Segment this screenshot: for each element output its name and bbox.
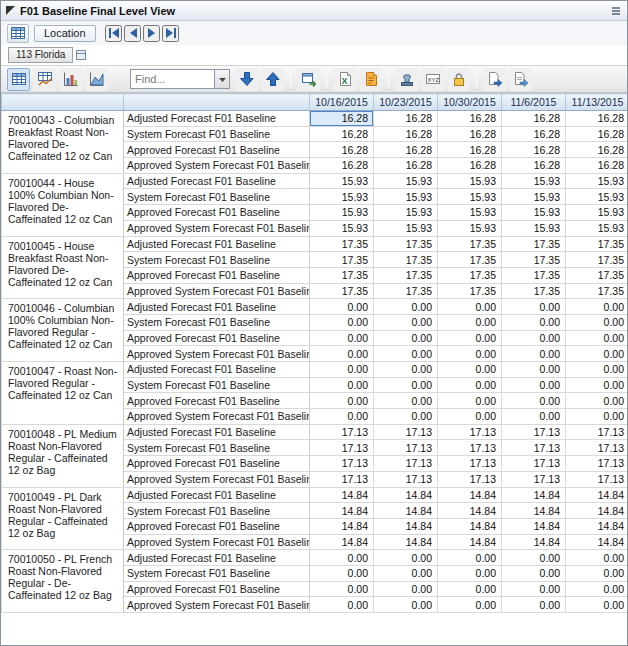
- table-graph-view-icon[interactable]: [33, 68, 56, 91]
- value-cell[interactable]: 16.28: [502, 126, 566, 142]
- value-cell[interactable]: 0.00: [502, 346, 566, 362]
- notes-icon[interactable]: [359, 68, 382, 91]
- value-cell[interactable]: 0.00: [502, 597, 566, 613]
- series-label-cell[interactable]: Approved Forecast F01 Baseline: [124, 267, 310, 283]
- table-view-icon[interactable]: [7, 68, 30, 91]
- series-label-cell[interactable]: System Forecast F01 Baseline: [124, 440, 310, 456]
- value-cell[interactable]: 17.35: [438, 252, 502, 268]
- value-cell[interactable]: 17.35: [374, 283, 438, 299]
- value-cell[interactable]: 15.93: [438, 205, 502, 221]
- value-cell[interactable]: 17.13: [438, 456, 502, 472]
- value-cell[interactable]: 14.84: [566, 487, 628, 503]
- find-dropdown-icon[interactable]: [214, 69, 230, 89]
- value-cell[interactable]: 17.35: [438, 283, 502, 299]
- stamp-icon[interactable]: [395, 68, 418, 91]
- value-cell[interactable]: 16.28: [502, 142, 566, 158]
- series-label-cell[interactable]: System Forecast F01 Baseline: [124, 252, 310, 268]
- value-cell[interactable]: 0.00: [502, 581, 566, 597]
- first-page-button[interactable]: [105, 25, 122, 42]
- lock-icon[interactable]: [447, 68, 470, 91]
- find-input[interactable]: [130, 69, 214, 89]
- value-cell[interactable]: 17.35: [438, 236, 502, 252]
- value-cell[interactable]: 17.13: [374, 471, 438, 487]
- value-cell[interactable]: 0.00: [310, 550, 374, 566]
- value-cell[interactable]: 0.00: [438, 314, 502, 330]
- value-cell[interactable]: 17.35: [310, 283, 374, 299]
- value-cell[interactable]: 0.00: [438, 581, 502, 597]
- value-cell[interactable]: 0.00: [502, 330, 566, 346]
- value-cell[interactable]: 16.28: [374, 158, 438, 174]
- value-cell[interactable]: 0.00: [502, 362, 566, 378]
- series-label-cell[interactable]: Adjusted Forecast F01 Baseline: [124, 550, 310, 566]
- product-member-cell[interactable]: 70010048 - PL Medium Roast Non-Flavored …: [2, 424, 124, 487]
- value-cell[interactable]: 0.00: [438, 362, 502, 378]
- value-cell[interactable]: 0.00: [374, 314, 438, 330]
- value-cell[interactable]: 0.00: [310, 597, 374, 613]
- value-cell[interactable]: 0.00: [502, 299, 566, 315]
- value-cell[interactable]: 15.93: [438, 189, 502, 205]
- value-cell[interactable]: 0.00: [310, 346, 374, 362]
- value-cell[interactable]: 14.84: [566, 518, 628, 534]
- value-cell[interactable]: 17.35: [566, 267, 628, 283]
- series-label-cell[interactable]: Approved Forecast F01 Baseline: [124, 142, 310, 158]
- series-label-cell[interactable]: Adjusted Forecast F01 Baseline: [124, 173, 310, 189]
- value-cell[interactable]: 0.00: [374, 550, 438, 566]
- value-cell[interactable]: 16.28: [438, 158, 502, 174]
- value-cell[interactable]: 14.84: [310, 534, 374, 550]
- value-cell[interactable]: 17.35: [310, 236, 374, 252]
- series-label-cell[interactable]: Adjusted Forecast F01 Baseline: [124, 236, 310, 252]
- descriptive-icon[interactable]: XYZ: [421, 68, 444, 91]
- value-cell[interactable]: 0.00: [566, 565, 628, 581]
- title-menu-icon[interactable]: [610, 5, 622, 17]
- member-selector-icon[interactable]: [76, 50, 86, 60]
- value-cell[interactable]: 15.93: [310, 205, 374, 221]
- value-cell[interactable]: 16.28: [438, 126, 502, 142]
- value-cell[interactable]: 0.00: [566, 330, 628, 346]
- value-cell[interactable]: 0.00: [310, 362, 374, 378]
- value-cell[interactable]: 17.35: [502, 283, 566, 299]
- series-label-cell[interactable]: System Forecast F01 Baseline: [124, 377, 310, 393]
- value-cell[interactable]: 16.28: [566, 158, 628, 174]
- value-cell[interactable]: 17.13: [502, 456, 566, 472]
- value-cell[interactable]: 0.00: [310, 581, 374, 597]
- value-cell[interactable]: 0.00: [374, 362, 438, 378]
- value-cell[interactable]: 17.35: [310, 252, 374, 268]
- value-cell[interactable]: 14.84: [374, 518, 438, 534]
- value-cell[interactable]: 16.28: [374, 126, 438, 142]
- value-cell[interactable]: 17.13: [438, 471, 502, 487]
- value-cell[interactable]: 0.00: [438, 346, 502, 362]
- value-cell[interactable]: 16.28: [566, 126, 628, 142]
- value-cell[interactable]: 14.84: [502, 518, 566, 534]
- series-label-cell[interactable]: Approved System Forecast F01 Baseline: [124, 220, 310, 236]
- value-cell[interactable]: 16.28: [566, 142, 628, 158]
- value-cell[interactable]: 14.84: [438, 487, 502, 503]
- value-cell[interactable]: 0.00: [566, 597, 628, 613]
- value-cell[interactable]: 0.00: [438, 550, 502, 566]
- product-member-cell[interactable]: 70010049 - PL Dark Roast Non-Flavored Re…: [2, 487, 124, 550]
- value-cell[interactable]: 16.28: [310, 158, 374, 174]
- value-cell[interactable]: 15.93: [374, 189, 438, 205]
- product-member-cell[interactable]: 70010044 - House 100% Columbian Non-Flav…: [2, 173, 124, 236]
- series-label-cell[interactable]: System Forecast F01 Baseline: [124, 503, 310, 519]
- series-label-cell[interactable]: Approved Forecast F01 Baseline: [124, 330, 310, 346]
- series-label-cell[interactable]: Adjusted Forecast F01 Baseline: [124, 299, 310, 315]
- value-cell[interactable]: 14.84: [374, 503, 438, 519]
- value-cell[interactable]: 14.84: [566, 534, 628, 550]
- series-label-cell[interactable]: Approved System Forecast F01 Baseline: [124, 346, 310, 362]
- value-cell[interactable]: 0.00: [310, 393, 374, 409]
- value-cell[interactable]: 17.13: [374, 456, 438, 472]
- area-chart-view-icon[interactable]: [85, 68, 108, 91]
- product-member-cell[interactable]: 70010047 - Roast Non-Flavored Regular - …: [2, 362, 124, 425]
- series-label-cell[interactable]: System Forecast F01 Baseline: [124, 565, 310, 581]
- series-label-cell[interactable]: Approved Forecast F01 Baseline: [124, 518, 310, 534]
- value-cell[interactable]: 0.00: [310, 314, 374, 330]
- value-cell[interactable]: 17.13: [310, 424, 374, 440]
- value-cell[interactable]: 0.00: [438, 377, 502, 393]
- product-member-cell[interactable]: 70010046 - Columbian 100% Columbian Non-…: [2, 299, 124, 362]
- value-cell[interactable]: 15.93: [566, 220, 628, 236]
- value-cell[interactable]: 15.93: [566, 173, 628, 189]
- value-cell[interactable]: 17.13: [310, 471, 374, 487]
- value-cell[interactable]: 0.00: [502, 565, 566, 581]
- date-column-header[interactable]: 11/13/2015: [566, 94, 628, 111]
- collapse-triangle-icon[interactable]: [6, 6, 15, 15]
